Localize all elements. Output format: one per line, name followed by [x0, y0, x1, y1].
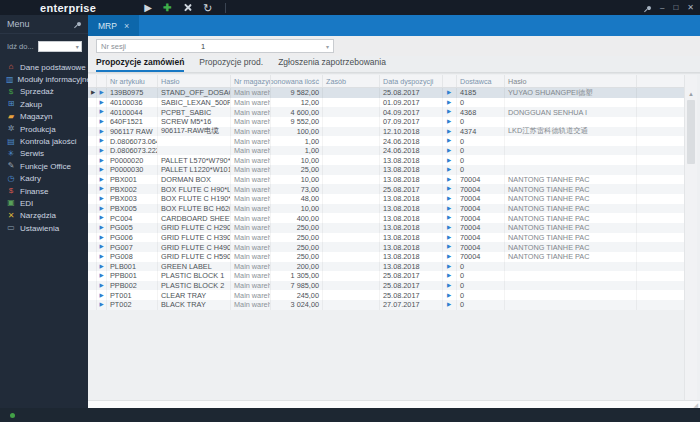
header-zasob[interactable]: Zasób: [323, 75, 380, 87]
row-expand-icon[interactable]: ▶: [97, 146, 107, 156]
supplier-expand-icon[interactable]: ▶: [443, 281, 457, 291]
row-expand-icon[interactable]: ▶: [97, 127, 107, 137]
menu-pin-icon[interactable]: [76, 21, 82, 27]
row-expand-icon[interactable]: ▶: [97, 213, 107, 223]
row-expand-icon[interactable]: ▶: [97, 271, 107, 281]
row-expand-icon[interactable]: ▶: [97, 252, 107, 262]
row-expand-icon[interactable]: ▶: [97, 98, 107, 108]
sidebar-item-finanse[interactable]: $ Finanse: [0, 185, 88, 197]
tab-propozycje-zamowien[interactable]: Propozycje zamówień: [96, 57, 184, 72]
table-row[interactable]: ▶ ▶ PG007 GRID FLUTE C H490*L780 Main wa…: [88, 242, 684, 252]
sidebar-item-sprzedaz[interactable]: $ Sprzedaż: [0, 86, 88, 98]
session-combobox[interactable]: Nr sesji 1 ▾: [96, 39, 334, 53]
row-expand-icon[interactable]: ▶: [97, 136, 107, 146]
vertical-scrollbar[interactable]: ▲: [684, 75, 697, 400]
sidebar-item-kadry[interactable]: ◷ Kadry: [0, 173, 88, 185]
row-expand-icon[interactable]: ▶: [97, 204, 107, 214]
tools-icon[interactable]: [182, 3, 192, 13]
table-row[interactable]: ▶ ▶ PBX002 BOX FLUTE C H90*L372*W Main w…: [88, 184, 684, 194]
table-row[interactable]: ▶ ▶ 40100044 PCPBT_SABIC Main wareho 4 6…: [88, 107, 684, 117]
supplier-expand-icon[interactable]: ▶: [443, 184, 457, 194]
supplier-expand-icon[interactable]: ▶: [443, 117, 457, 127]
sidebar-item-moduly-informacyjne[interactable]: ▥ Moduły informacyjne: [0, 73, 88, 85]
supplier-expand-icon[interactable]: ▶: [443, 88, 457, 98]
sidebar-item-funkcje-office[interactable]: ✎ Funkcje Office: [0, 160, 88, 172]
supplier-expand-icon[interactable]: ▶: [443, 155, 457, 165]
header-nr-artykulu[interactable]: Nr artykułu: [107, 75, 158, 87]
table-row[interactable]: ▶ ▶ PPB001 PLASTIC BLOCK 1 Main wareho 1…: [88, 271, 684, 281]
table-row[interactable]: ▶ ▶ PG006 GRID FLUTE C H390*L780 Main wa…: [88, 233, 684, 243]
supplier-expand-icon[interactable]: ▶: [443, 252, 457, 262]
table-row[interactable]: ▶ ▶ PG005 GRID FLUTE C H290*L780 Main wa…: [88, 223, 684, 233]
row-expand-icon[interactable]: ▶: [97, 223, 107, 233]
row-expand-icon[interactable]: ▶: [97, 165, 107, 175]
tab-propozycje-prod[interactable]: Propozycje prod.: [199, 57, 263, 72]
row-expand-icon[interactable]: ▶: [97, 194, 107, 204]
supplier-expand-icon[interactable]: ▶: [443, 136, 457, 146]
close-button[interactable]: ✕: [687, 4, 694, 12]
row-expand-icon[interactable]: ▶: [97, 290, 107, 300]
table-row[interactable]: ▶ ▶ PT002 BLACK TRAY Main wareho 3 024,0…: [88, 300, 684, 310]
supplier-expand-icon[interactable]: ▶: [443, 146, 457, 156]
add-icon[interactable]: ✚: [163, 3, 171, 13]
supplier-expand-icon[interactable]: ▶: [443, 175, 457, 185]
supplier-expand-icon[interactable]: ▶: [443, 223, 457, 233]
header-proponowana-ilosc[interactable]: Proponowana ilość: [271, 75, 323, 87]
table-row[interactable]: ▶ ▶ PBX003 BOX FLUTE C H190*L372*W Main …: [88, 194, 684, 204]
row-expand-icon[interactable]: ▶: [97, 88, 107, 98]
supplier-expand-icon[interactable]: ▶: [443, 98, 457, 108]
supplier-expand-icon[interactable]: ▶: [443, 271, 457, 281]
header-dostawca-haslo[interactable]: Hasło: [505, 75, 637, 87]
sidebar-item-produkcja[interactable]: ✲ Produkcja: [0, 123, 88, 135]
run-icon[interactable]: ▶: [144, 3, 152, 13]
header-nr-magazynu[interactable]: Nr magazynu: [231, 75, 271, 87]
refresh-icon[interactable]: ↻: [203, 3, 212, 13]
sidebar-item-serwis[interactable]: ✳ Serwis: [0, 148, 88, 160]
supplier-expand-icon[interactable]: ▶: [443, 127, 457, 137]
supplier-expand-icon[interactable]: ▶: [443, 194, 457, 204]
table-row[interactable]: ▶ ▶ P0000020 PALLET L570*W790*H114 Main …: [88, 155, 684, 165]
row-expand-icon[interactable]: ▶: [97, 281, 107, 291]
sidebar-item-magazyn[interactable]: ▰ Magazyn: [0, 111, 88, 123]
row-expand-icon[interactable]: ▶: [97, 184, 107, 194]
supplier-expand-icon[interactable]: ▶: [443, 204, 457, 214]
table-row[interactable]: ▶ ▶ P0000030 PALLET L1220*W1010*H114 Mai…: [88, 165, 684, 175]
minimize-button[interactable]: –: [660, 4, 664, 12]
table-row[interactable]: ▶ ▶ PPB002 PLASTIC BLOCK 2 Main wareho 7…: [88, 281, 684, 291]
table-row[interactable]: ▶ ▶ 906117 RAW 906117-RAW电缆 Main wareho …: [88, 127, 684, 137]
row-expand-icon[interactable]: ▶: [97, 117, 107, 127]
table-row[interactable]: ▶ ▶ PBX005 BOX FLUTE BC H620*L500* Main …: [88, 204, 684, 214]
supplier-expand-icon[interactable]: ▶: [443, 242, 457, 252]
tab-close-icon[interactable]: ×: [124, 21, 129, 31]
table-row[interactable]: ▶ ▶ PLB001 GREEN LABEL Main wareho 200,0…: [88, 262, 684, 272]
header-dostawca[interactable]: Dostawca: [457, 75, 505, 87]
supplier-expand-icon[interactable]: ▶: [443, 233, 457, 243]
table-row[interactable]: ▶ ▶ PT001 CLEAR TRAY Main wareho 245,00 …: [88, 290, 684, 300]
table-row[interactable]: ▶ ▶ D.0806073.222.03 Main wareho 1,00 24…: [88, 146, 684, 156]
table-row[interactable]: ▶ ▶ PBX001 DORMAN BOX Main wareho 10,00 …: [88, 175, 684, 185]
table-row[interactable]: ▶ ▶ D.0806073.064.09 Main wareho 1,00 24…: [88, 136, 684, 146]
sidebar-item-edi[interactable]: ▣ EDI: [0, 197, 88, 209]
supplier-expand-icon[interactable]: ▶: [443, 262, 457, 272]
tab-mrp[interactable]: MRP ×: [88, 15, 139, 36]
sidebar-item-narzedzia[interactable]: ✕ Narzędzia: [0, 210, 88, 222]
row-expand-icon[interactable]: ▶: [97, 107, 107, 117]
tab-zgloszenia-zapotrzebowania[interactable]: Zgłoszenia zapotrzebowania: [278, 57, 386, 72]
table-row[interactable]: ▶ ▶ 40100036 SABIC_LEXAN_500R GY6E4 Main…: [88, 98, 684, 108]
sidebar-item-kontrola-jakosci[interactable]: ▤ Kontrola jakości: [0, 135, 88, 147]
row-expand-icon[interactable]: ▶: [97, 155, 107, 165]
scrollbar-thumb[interactable]: [687, 100, 695, 164]
row-expand-icon[interactable]: ▶: [97, 242, 107, 252]
row-expand-icon[interactable]: ▶: [97, 262, 107, 272]
pin-icon[interactable]: [646, 5, 652, 11]
header-data-dyspozycji[interactable]: Data dyspozycji: [380, 75, 443, 87]
scroll-up-icon[interactable]: ▲: [685, 88, 697, 99]
supplier-expand-icon[interactable]: ▶: [443, 165, 457, 175]
maximize-button[interactable]: □: [673, 4, 678, 12]
goto-combobox[interactable]: ▾: [38, 41, 82, 52]
table-row[interactable]: ▶ ▶ PC004 CARDBOARD SHEET FLUTE Main war…: [88, 213, 684, 223]
table-row[interactable]: ▶ ▶ 640F1521 SCREW M5*16 Main wareho 9 5…: [88, 117, 684, 127]
supplier-expand-icon[interactable]: ▶: [443, 213, 457, 223]
supplier-expand-icon[interactable]: ▶: [443, 290, 457, 300]
supplier-expand-icon[interactable]: ▶: [443, 107, 457, 117]
